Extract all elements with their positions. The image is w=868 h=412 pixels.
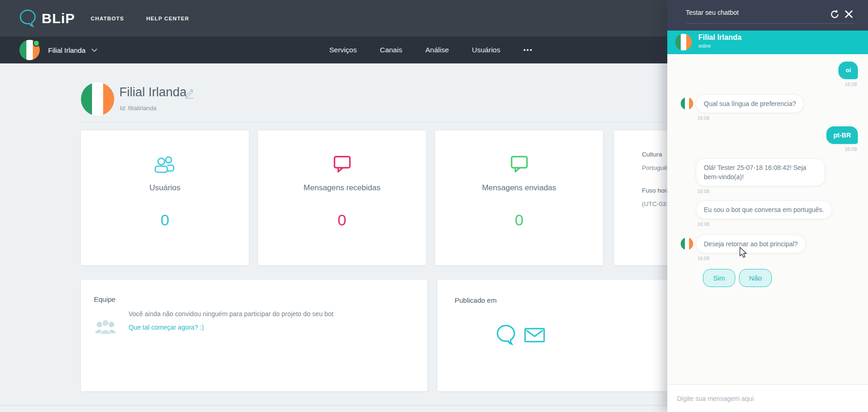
chat-bot-status: online [698,44,711,49]
published-card: Publicado em [437,280,669,391]
message-time: 16:08 [845,81,857,87]
card-label: Usuários [81,183,249,193]
message-bubble: Eu sou o bot que conversa em português. [696,200,832,219]
online-status-dot [33,40,40,47]
blip-channel-icon[interactable] [496,324,516,346]
team-group-icon [93,318,117,339]
blip-dashboard: BLiP CHATBOTS HELP CENTER Filial Irlanda… [0,0,868,412]
nav-usuarios[interactable]: Usuários [472,46,500,54]
messages-sent-card[interactable]: Mensagens enviadas 0 [435,131,603,265]
refresh-chat-button[interactable] [830,10,839,19]
team-card: Equipe Você ainda não convidou ninguém p… [81,280,427,391]
invite-team-link[interactable]: Que tal começar agora? :) [129,324,204,331]
published-channels [496,324,545,346]
header-divider [81,122,665,122]
close-icon [844,10,853,19]
card-value: 0 [258,211,426,229]
chat-bot-header: Filial Irlanda online [667,31,868,54]
message-time: 16:08 [845,146,857,152]
users-card[interactable]: Usuários 0 [81,131,249,265]
card-value: 0 [435,211,603,229]
message-bubble-icon [258,155,426,175]
bot-switcher[interactable]: Filial Irlanda [19,40,98,60]
card-value: 0 [81,211,249,229]
chat-message-incoming: Eu sou o bot que conversa em português. … [667,200,868,227]
pencil-icon [184,88,195,99]
top-nav: CHATBOTS HELP CENTER [91,16,189,21]
chat-message-incoming: Olá! Tester 25-07-18 16:08:42! Seja bem-… [667,158,868,194]
message-bubble: Deseja retornar ao bot principal? [696,235,806,253]
nav-canais[interactable]: Canais [380,46,402,54]
chat-message-incoming: Qual sua língua de preferencia? 16:08 [667,94,868,121]
culture-label: Cultura [642,151,662,158]
team-card-title: Equipe [94,295,116,303]
quick-replies: Sim Não [703,269,868,287]
chat-input-bar [667,384,868,412]
bot-avatar-flag [675,34,692,50]
bot-nav-links: Serviços Canais Análise Usuários ••• [329,37,533,63]
nav-analise[interactable]: Análise [425,46,449,54]
chat-message-outgoing: pt-BR 16:08 [667,126,868,152]
messages-received-card[interactable]: Mensagens recebidas 0 [258,131,426,265]
message-bubble: pt-BR [826,126,858,144]
chat-message-area[interactable]: oi 16:08 Qual sua língua de preferencia?… [667,54,868,384]
quick-reply-nao[interactable]: Não [739,269,772,287]
chat-message-incoming: Deseja retornar ao bot principal? 16:08 [667,235,868,261]
quick-reply-sim[interactable]: Sim [703,269,735,287]
chatbot-test-panel: Testar seu chatbot Filial Irlanda online [667,0,868,412]
logo-text: BLiP [42,11,75,26]
chevron-down-icon [91,48,98,52]
message-bubble: oi [838,62,858,79]
bot-message-avatar [681,237,693,250]
panel-header-divider [686,23,854,24]
bot-id: Id: filialirlanda [120,105,157,112]
published-card-title: Publicado em [455,296,497,304]
message-bubble: Qual sua língua de preferencia? [696,94,804,113]
message-bubble-icon [435,155,603,175]
bot-switcher-label: Filial Irlanda [48,46,86,54]
bot-avatar [19,40,40,60]
users-icon [81,155,249,175]
message-time: 16:08 [697,188,868,194]
card-label: Mensagens enviadas [435,183,603,193]
panel-title: Testar seu chatbot [686,9,739,16]
message-bubble: Olá! Tester 25-07-18 16:08:42! Seja bem-… [696,158,825,186]
card-label: Mensagens recebidas [258,183,426,193]
chat-message-outgoing: oi 16:08 [667,62,868,87]
panel-header: Testar seu chatbot [667,0,868,31]
bot-flag-avatar-large [81,82,114,116]
page-title: Filial Irlanda [119,85,187,100]
blip-bubble-icon [19,9,36,28]
nav-more-button[interactable]: ••• [523,46,533,54]
chat-message-input[interactable] [676,385,858,412]
bot-message-avatar [681,97,693,110]
close-panel-button[interactable] [844,10,853,19]
refresh-icon [830,10,839,19]
culture-value: Português [642,164,671,171]
chat-bot-name: Filial Irlanda [698,33,741,42]
edit-bot-name-button[interactable] [184,88,195,101]
nav-chatbots[interactable]: CHATBOTS [91,16,124,21]
team-empty-message: Você ainda não convidou ninguém para par… [129,310,333,318]
message-time: 16:08 [697,221,868,227]
blip-logo[interactable]: BLiP [19,9,75,28]
footer-divider [0,405,667,406]
nav-servicos[interactable]: Serviços [329,46,357,54]
mouse-cursor [739,247,749,260]
message-time: 16:08 [697,256,868,261]
email-channel-icon[interactable] [524,328,545,343]
nav-help-center[interactable]: HELP CENTER [146,16,189,21]
message-time: 16:08 [697,115,868,121]
